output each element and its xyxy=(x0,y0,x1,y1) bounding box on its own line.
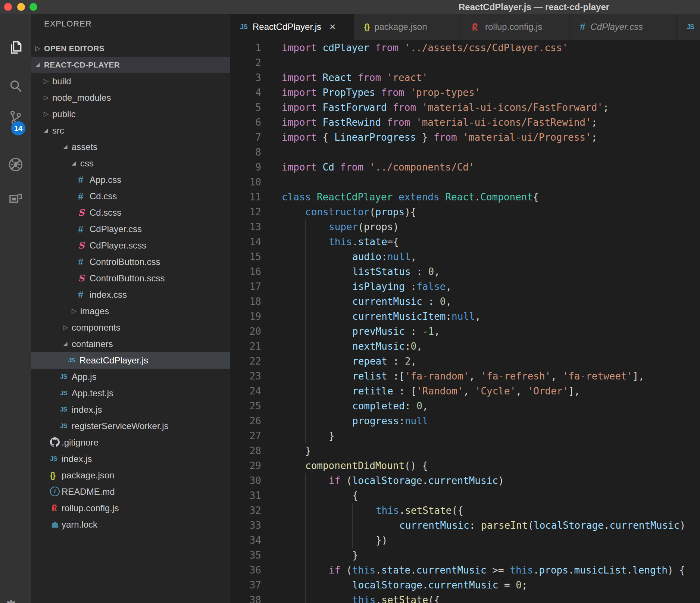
tab-reactcdplayer-js[interactable]: JSReactCdPlayer.js× xyxy=(230,14,354,40)
tree-item-app-test-js[interactable]: JSApp.test.js xyxy=(31,385,230,402)
tree-item-cdplayer-css[interactable]: #CdPlayer.css xyxy=(31,221,230,237)
tree-item-src[interactable]: ◢src xyxy=(31,122,230,139)
activity-bar-item-search[interactable] xyxy=(0,76,31,97)
code-line[interactable]: 22repeat : 2, xyxy=(230,354,700,369)
code-line[interactable]: 10 xyxy=(230,175,700,190)
code-line[interactable]: 21nextMusic:0, xyxy=(230,339,700,354)
tree-item-readme-md[interactable]: iREADME.md xyxy=(31,484,230,500)
indent-guide xyxy=(305,279,306,294)
code-line[interactable]: 37localStorage.currentMusic = 0; xyxy=(230,578,700,593)
tree-item-app-css[interactable]: #App.css xyxy=(31,172,230,188)
code-line[interactable]: 32this.setState({ xyxy=(230,503,700,518)
tree-item-cd-css[interactable]: #Cd.css xyxy=(31,188,230,204)
code-line[interactable]: 35} xyxy=(230,548,700,563)
code-line[interactable]: 17isPlaying :false, xyxy=(230,279,700,294)
code-line[interactable]: 1import cdPlayer from '../assets/css/CdP… xyxy=(230,40,700,55)
tree-item-label: Cd.scss xyxy=(90,204,121,221)
code-line[interactable]: 24retitle : ['Random', 'Cycle', 'Order']… xyxy=(230,384,700,399)
code-line[interactable]: 2 xyxy=(230,55,700,70)
tree-item-index-js[interactable]: JSindex.js xyxy=(31,451,230,467)
code-line[interactable]: 6import FastRewind from 'material-ui-ico… xyxy=(230,115,700,130)
indent-guide xyxy=(305,563,306,578)
tree-item-gitignore[interactable]: .gitignore xyxy=(31,434,230,451)
settings-gear-icon[interactable]: ⚙ xyxy=(4,597,18,603)
tree-item-registerserviceworker-js[interactable]: JSregisterServiceWorker.js xyxy=(31,418,230,434)
code-line[interactable]: 7import { LinearProgress } from 'materia… xyxy=(230,130,700,145)
activity-bar-item-explorer[interactable] xyxy=(0,37,31,58)
code-line[interactable]: 8 xyxy=(230,145,700,160)
code-line[interactable]: 18currentMusic : 0, xyxy=(230,294,700,309)
tree-item-reactcdplayer-js[interactable]: JSReactCdPlayer.js xyxy=(31,352,230,369)
code-line[interactable]: 11class ReactCdPlayer extends React.Comp… xyxy=(230,190,700,204)
tree-item-label: README.md xyxy=(62,484,115,500)
tree-item-rollup-config-js[interactable]: rollup.config.js xyxy=(31,500,230,516)
line-number: 35 xyxy=(230,548,261,563)
code-line[interactable]: 36if (this.state.currentMusic >= this.pr… xyxy=(230,563,700,578)
indent-guide xyxy=(305,369,306,384)
code-editor[interactable]: 1import cdPlayer from '../assets/css/CdP… xyxy=(230,40,700,603)
code-line[interactable]: 28} xyxy=(230,443,700,458)
tree-item-cdplayer-scss[interactable]: SCdPlayer.scss xyxy=(31,237,230,254)
code-line[interactable]: 31{ xyxy=(230,488,700,503)
code-line[interactable]: 5import FastForward from 'material-ui-ic… xyxy=(230,100,700,115)
tree-item-components[interactable]: ▷components xyxy=(31,319,230,336)
code-line[interactable]: 16listStatus : 0, xyxy=(230,264,700,279)
code-line[interactable]: 3import React from 'react' xyxy=(230,70,700,85)
indent-guide xyxy=(282,593,282,603)
code-line[interactable]: 14this.state={ xyxy=(230,234,700,249)
tree-item-build[interactable]: ▷build xyxy=(31,73,230,90)
tab-rollup-config-js[interactable]: rollup.config.js xyxy=(460,14,569,40)
js-icon: JS xyxy=(687,23,694,31)
line-number: 24 xyxy=(230,384,261,399)
code-line[interactable]: 15audio:null, xyxy=(230,249,700,264)
indent-guide xyxy=(305,428,306,443)
tree-item-public[interactable]: ▷public xyxy=(31,106,230,122)
close-icon[interactable]: × xyxy=(329,22,335,32)
tree-item-node-modules[interactable]: ▷node_modules xyxy=(31,90,230,106)
tree-item-label: REACT-CD-PLAYER xyxy=(44,57,120,73)
zoom-button[interactable] xyxy=(29,3,37,11)
tree-item-index-js[interactable]: JSindex.js xyxy=(31,402,230,418)
tree-item-assets[interactable]: ◢assets xyxy=(31,139,230,155)
tree-item-controlbutton-scss[interactable]: SControlButton.scss xyxy=(31,270,230,287)
indent-guide xyxy=(282,204,282,219)
tree-item-app-js[interactable]: JSApp.js xyxy=(31,369,230,385)
tab-partial[interactable]: JS xyxy=(677,14,700,40)
tree-item-yarn-lock[interactable]: yarn.lock xyxy=(31,516,230,533)
code-line[interactable]: 30if (localStorage.currentMusic) xyxy=(230,473,700,488)
tree-item-package-json[interactable]: {}package.json xyxy=(31,467,230,484)
activity-bar-item-extensions[interactable] xyxy=(0,188,31,209)
code-line[interactable]: 33currentMusic: parseInt(localStorage.cu… xyxy=(230,518,700,533)
close-button[interactable] xyxy=(4,3,12,11)
code-line[interactable]: 9import Cd from '../components/Cd' xyxy=(230,160,700,175)
indent-guide xyxy=(329,264,329,279)
line-number: 14 xyxy=(230,234,261,249)
section-header-open-editors[interactable]: ▷OPEN EDITORS xyxy=(31,40,230,57)
minimize-button[interactable] xyxy=(17,3,25,11)
code-line[interactable]: 26progress:null xyxy=(230,413,700,428)
code-line[interactable]: 23relist :['fa-random', 'fa-refresh', 'f… xyxy=(230,369,700,384)
code-line[interactable]: 20prevMusic : -1, xyxy=(230,324,700,339)
tree-item-controlbutton-css[interactable]: #ControlButton.css xyxy=(31,254,230,270)
code-line[interactable]: 12constructor(props){ xyxy=(230,204,700,219)
tab-package-json[interactable]: {}package.json xyxy=(354,14,460,40)
tree-item-css[interactable]: ◢css xyxy=(31,155,230,172)
activity-bar-item-debug[interactable] xyxy=(0,154,31,175)
code-line[interactable]: 34}) xyxy=(230,533,700,548)
code-line[interactable]: 38this.setState({ xyxy=(230,593,700,603)
tree-item-cd-scss[interactable]: SCd.scss xyxy=(31,204,230,221)
tree-item-label: build xyxy=(52,73,71,90)
code-line[interactable]: 19currentMusicItem:null, xyxy=(230,309,700,324)
code-line[interactable]: 4import PropTypes from 'prop-types' xyxy=(230,85,700,100)
code-line[interactable]: 13super(props) xyxy=(230,219,700,234)
tree-item-label: css xyxy=(80,155,94,172)
tab-cdplayer-css[interactable]: #CdPlayer.css xyxy=(570,14,676,40)
code-area[interactable]: 1import cdPlayer from '../assets/css/CdP… xyxy=(230,40,700,603)
code-line[interactable]: 29componentDidMount() { xyxy=(230,458,700,473)
tree-item-images[interactable]: ▷images xyxy=(31,303,230,319)
code-line[interactable]: 27} xyxy=(230,428,700,443)
code-line[interactable]: 25completed: 0, xyxy=(230,399,700,413)
tree-item-containers[interactable]: ◢containers xyxy=(31,336,230,352)
tree-item-index-css[interactable]: #index.css xyxy=(31,287,230,303)
section-header-react-cd-player[interactable]: ◢REACT-CD-PLAYER xyxy=(31,57,230,73)
